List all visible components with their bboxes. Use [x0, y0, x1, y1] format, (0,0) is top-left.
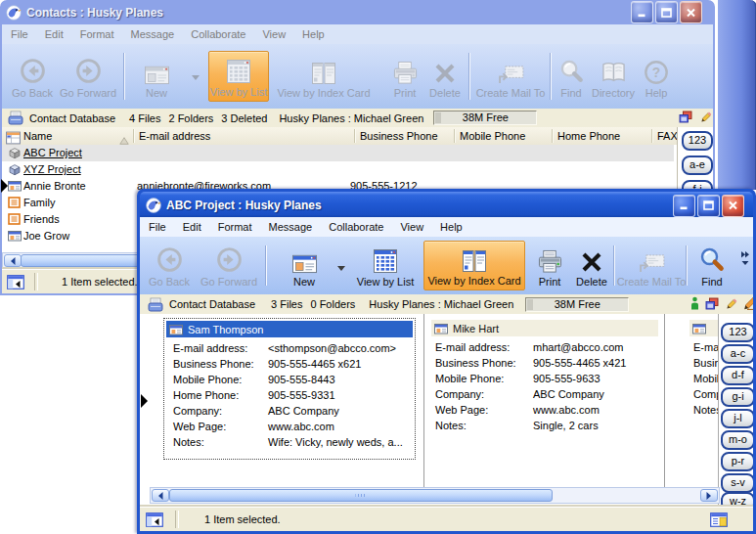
folders-count: 2 Folders	[168, 112, 213, 124]
scroll-left-arrow[interactable]	[152, 489, 169, 502]
menu-edit[interactable]: Edit	[183, 221, 201, 233]
print-button[interactable]: Print	[531, 241, 568, 290]
go-back-button[interactable]: Go Back	[8, 51, 57, 102]
menu-view[interactable]: View	[400, 221, 423, 233]
col-mobile-phone[interactable]: Mobile Phone	[460, 127, 525, 145]
print-button[interactable]: Print	[383, 51, 426, 102]
card-sam-thompson[interactable]: Sam Thompson E-mail address:<sthompson@a…	[163, 318, 416, 460]
group-list-icon	[8, 197, 21, 208]
minimize-button[interactable]	[673, 195, 695, 217]
account-name: Husky Planes : Michael Green	[369, 298, 513, 310]
alpha-tab-m-o[interactable]: m-o	[721, 430, 753, 450]
maximize-button[interactable]	[655, 1, 678, 23]
alpha-tab-s-v[interactable]: s-v	[721, 473, 753, 493]
field-value: 905-555-9331	[268, 389, 335, 401]
view-by-index-card-button[interactable]: View by Index Card	[423, 241, 525, 290]
pencil-edit-icon[interactable]	[699, 111, 712, 123]
alpha-tab-a-e[interactable]: a-e	[682, 156, 713, 175]
col-business-phone[interactable]: Business Phone	[360, 127, 438, 145]
alpha-tab-a-c[interactable]: a-c	[721, 344, 753, 364]
menu-view[interactable]: View	[262, 28, 286, 40]
close-button[interactable]	[722, 195, 744, 217]
cascade-windows-icon[interactable]	[679, 111, 692, 123]
menu-format[interactable]: Format	[218, 221, 252, 233]
titlebar[interactable]: ABC Project : Husky Planes	[140, 192, 753, 217]
contact-database-icon	[148, 297, 163, 312]
new-dropdown-arrow[interactable]	[337, 266, 345, 271]
view-by-list-button[interactable]: View by List	[208, 51, 269, 102]
menu-message[interactable]: Message	[131, 28, 175, 40]
help-button[interactable]: Help	[640, 51, 673, 102]
card-view-panel-icon[interactable]	[710, 512, 728, 527]
directory-button[interactable]: Directory	[589, 51, 638, 102]
menu-collaborate[interactable]: Collaborate	[191, 28, 245, 40]
list-item-xyz-project[interactable]: XYZ Project	[2, 161, 674, 178]
go-forward-button[interactable]: Go Forward	[57, 51, 119, 102]
create-mail-to-button[interactable]: Create Mail To	[619, 241, 684, 290]
titlebar[interactable]: Contacts : Husky Planes	[0, 0, 715, 24]
new-dropdown-arrow[interactable]	[192, 75, 200, 80]
new-button[interactable]: New	[133, 51, 180, 102]
alpha-tab-p-r[interactable]: p-r	[721, 452, 753, 471]
alpha-tab-g-i[interactable]: g-i	[721, 387, 753, 407]
close-button[interactable]	[680, 1, 702, 23]
view-by-list-button[interactable]: View by List	[351, 241, 420, 290]
forward-arrow-icon	[74, 57, 103, 85]
menu-message[interactable]: Message	[269, 221, 313, 233]
col-fax[interactable]: FAX	[657, 127, 678, 145]
go-forward-button[interactable]: Go Forward	[197, 241, 261, 290]
menu-collaborate[interactable]: Collaborate	[329, 221, 383, 233]
caption-buttons	[631, 1, 702, 23]
scrollbar-thumb[interactable]	[169, 489, 553, 502]
panel-expand-arrow[interactable]	[0, 179, 8, 193]
scroll-left-arrow[interactable]	[4, 254, 22, 267]
field-value: ABC Company	[533, 388, 604, 400]
maximize-button[interactable]	[697, 195, 720, 217]
menu-file[interactable]: File	[149, 221, 166, 233]
col-home-phone[interactable]: Home Phone	[557, 127, 620, 145]
find-button[interactable]: Find	[556, 51, 587, 102]
panel-toggle-icon[interactable]	[146, 512, 163, 527]
desktop: Contacts : Husky Planes File Edit Format…	[0, 0, 756, 534]
create-mail-icon	[497, 65, 525, 85]
contact-database-icon	[8, 111, 23, 125]
column-separator	[354, 129, 355, 143]
menu-edit[interactable]: Edit	[45, 28, 64, 40]
person-icon[interactable]	[690, 296, 699, 310]
menu-format[interactable]: Format	[80, 28, 114, 40]
toolbar-overflow-chevron-icon[interactable]	[739, 249, 751, 266]
find-button[interactable]: Find	[691, 241, 733, 290]
panel-expand-arrow[interactable]	[140, 394, 148, 408]
menu-file[interactable]: File	[11, 28, 28, 40]
menu-help[interactable]: Help	[302, 28, 325, 40]
delete-button[interactable]: Delete	[572, 241, 611, 290]
scroll-right-arrow[interactable]	[700, 489, 718, 502]
create-mail-to-button[interactable]: Create Mail To	[474, 51, 547, 102]
card-mike-hart[interactable]: Mike Hart E-mail address:mhart@abcco.com…	[431, 318, 658, 445]
delete-button[interactable]: Delete	[424, 51, 466, 102]
alpha-tab-123[interactable]: 123	[721, 323, 753, 342]
alpha-tab-j-l[interactable]: j-l	[721, 409, 753, 428]
field-label: Mobile Phone:	[435, 373, 504, 384]
menu-help[interactable]: Help	[440, 221, 463, 233]
free-space-used	[435, 112, 441, 123]
alpha-tab-d-f[interactable]: d-f	[721, 366, 753, 385]
minimize-button[interactable]	[631, 1, 653, 23]
field-label: Mobile Phone:	[173, 374, 242, 385]
panel-toggle-icon[interactable]	[7, 275, 24, 289]
pencil-edit-icon[interactable]	[725, 297, 737, 310]
app-bird-icon	[6, 5, 22, 21]
files-count: 4 Files	[129, 112, 160, 124]
col-name[interactable]: Name	[23, 127, 52, 145]
cascade-windows-icon[interactable]	[705, 297, 719, 310]
signature-pen-icon[interactable]	[743, 296, 753, 310]
col-email[interactable]: E-mail address	[139, 127, 210, 145]
field-label: Notes:	[173, 436, 204, 448]
horizontal-scrollbar[interactable]	[150, 487, 720, 504]
menu-bar: File Edit Format Message Collaborate Vie…	[140, 217, 753, 237]
new-button[interactable]: New	[277, 241, 332, 290]
view-by-index-card-button[interactable]: View by Index Card	[274, 51, 374, 102]
alpha-tab-123[interactable]: 123	[682, 131, 713, 151]
list-item-abc-project[interactable]: ABC Project	[2, 145, 674, 161]
go-back-button[interactable]: Go Back	[144, 241, 195, 290]
